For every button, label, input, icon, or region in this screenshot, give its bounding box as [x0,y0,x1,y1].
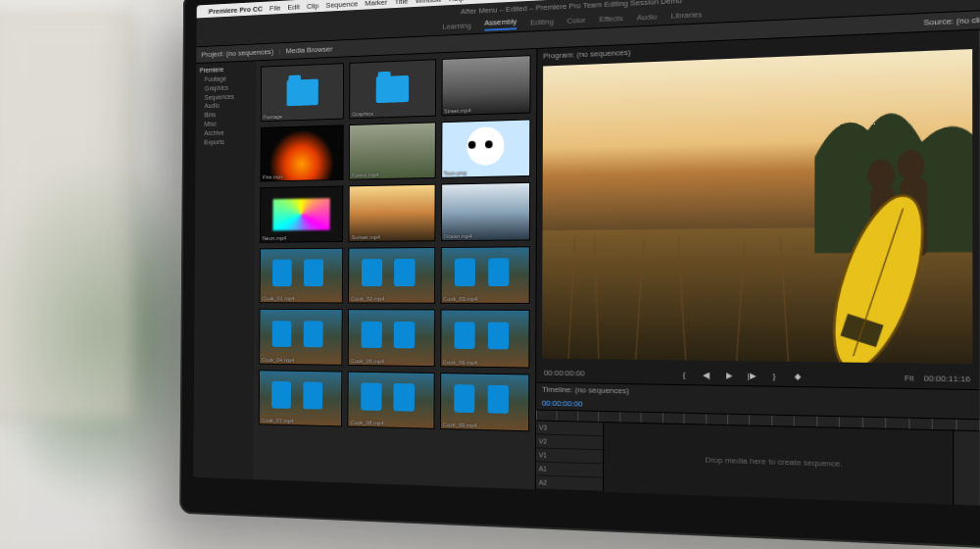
thumbnail-label: Street.mp4 [444,107,471,114]
ruler-tick [932,420,933,429]
ruler-tick [885,418,886,427]
clip-thumbnail[interactable]: Neon.mp4 [260,186,344,243]
ruler-tick [839,417,840,426]
folder-icon [376,75,409,103]
ruler-tick [908,419,909,428]
workspace-libraries[interactable]: Libraries [671,10,702,21]
menu-sequence[interactable]: Sequence [325,0,358,9]
ruler-tick [598,412,599,422]
clip-thumbnail[interactable]: Ocean.mp4 [441,182,530,241]
menu-clip[interactable]: Clip [307,1,318,10]
thumbnail-label: Cook_07.mp4 [261,418,293,424]
workspace-effects[interactable]: Effects [599,14,622,24]
timeline-tab[interactable]: Timeline: (no sequences) [542,385,629,396]
thumbnail-label: Cook_08.mp4 [350,420,383,426]
thumbnail-label: Ocean.mp4 [443,233,471,239]
thumbnail-label: Cook_09.mp4 [442,422,477,428]
mark-in-button[interactable]: { [677,368,691,382]
timeline-panel: Timeline: (no sequences) 00:00:00:00 V3V… [536,382,980,506]
workspace-color[interactable]: Color [567,16,586,25]
ruler-tick [577,412,578,422]
thumbnail-label: Fire.mov [263,175,283,180]
step-back-button[interactable]: ◀| [700,368,714,382]
thumbnail-label: Graphics [352,110,373,116]
ruler-tick [557,411,558,421]
add-marker-button[interactable]: ◆ [790,369,805,383]
timecode-duration: 00:00:11:16 [924,374,971,383]
thumbnail-label: Cook_02.mp4 [351,296,384,302]
thumbnail-label: Toon.png [444,170,466,175]
timecode-current[interactable]: 00:00:00:00 [544,368,585,377]
clip-thumbnail[interactable]: Cook_07.mp4 [259,370,343,427]
workspace-editing[interactable]: Editing [530,18,554,27]
ruler-tick [727,415,728,424]
project-tree[interactable]: Premiere Footage Graphics Sequences Audi… [193,61,256,479]
clip-thumbnail[interactable]: Cook_09.mp4 [440,373,530,432]
thumbnail-label: Forest.mp4 [352,172,379,177]
timeline-empty-hint: Drop media here to create sequence. [705,456,842,470]
workspace-learning[interactable]: Learning [442,22,470,31]
clip-thumbnail[interactable]: Cook_08.mp4 [348,371,435,429]
clip-thumbnail[interactable]: Toon.png [441,119,530,178]
menu-window[interactable]: Window [416,0,442,5]
track-header[interactable]: A2 [536,475,603,491]
thumbnail-label: Cook_05.mp4 [351,358,384,364]
ruler-tick [662,414,662,424]
app-menu[interactable]: Premiere Pro CC [209,4,263,15]
tree-root[interactable]: Premiere [200,65,253,74]
clip-thumbnail[interactable]: Cook_02.mp4 [348,247,434,304]
ruler-tick [536,411,537,421]
mark-out-button[interactable]: } [767,369,782,383]
monitor-frame: Premiere Pro CC File Edit Clip Sequence … [179,0,980,549]
fit-dropdown[interactable]: Fit [905,373,914,382]
ruler-tick [619,413,620,423]
play-button[interactable]: ▶ [721,368,736,382]
clip-thumbnail[interactable]: Cook_03.mp4 [440,246,529,304]
ruler-tick [794,416,795,425]
timeline-canvas[interactable]: Drop media here to create sequence. [604,423,953,505]
ruler-tick [706,414,707,424]
ruler-tick [816,417,817,426]
program-monitor-tab[interactable]: Program: (no sequences) [543,47,630,60]
thumbnail-label: Cook_06.mp4 [443,359,478,365]
audio-meter [953,430,979,505]
track-headers[interactable]: V3V2V1A1A2 [536,421,604,491]
timeline-timecode[interactable]: 00:00:00:00 [542,399,583,409]
workspace-assembly[interactable]: Assembly [484,17,516,30]
tree-item[interactable]: Exports [199,136,252,147]
menu-title[interactable]: Title [395,0,409,6]
clip-thumbnail[interactable]: Cook_05.mp4 [348,309,435,367]
thumbnail-label: Cook_04.mp4 [262,357,294,363]
clip-thumbnail[interactable]: Street.mp4 [441,55,530,116]
ruler-tick [862,418,863,427]
clip-thumbnail[interactable]: Sunset.mp4 [349,184,435,242]
media-browser-tab[interactable]: Media Browser [286,45,333,56]
clip-thumbnail[interactable]: Cook_01.mp4 [260,247,344,303]
workspace-audio[interactable]: Audio [637,12,658,22]
thumbnail-label: Cook_01.mp4 [262,296,294,302]
ruler-tick [683,414,684,424]
bin-browser: FootageGraphicsStreet.mp4Fire.movForest.… [253,49,536,489]
folder-icon [286,78,318,106]
thumbnail-label: Sunset.mp4 [351,234,379,240]
ruler-tick [956,420,956,429]
menu-help[interactable]: Help [449,0,465,3]
menu-edit[interactable]: Edit [288,2,300,11]
bin-folder[interactable]: Graphics [349,59,435,119]
source-dropdown[interactable]: Source: (no clips) [923,15,980,27]
thumbnail-label: Cook_03.mp4 [443,296,477,302]
bin-folder[interactable]: Footage [261,63,344,122]
menu-marker[interactable]: Marker [365,0,387,7]
clip-thumbnail[interactable]: Fire.mov [260,125,344,182]
step-forward-button[interactable]: |▶ [744,369,759,383]
thumbnail-label: Neon.mp4 [263,235,287,241]
ruler-tick [771,416,772,425]
clip-thumbnail[interactable]: Cook_04.mp4 [259,309,343,366]
project-panel-tab[interactable]: Project: (no sequences) [201,47,273,59]
preview-frame [542,49,972,364]
program-monitor[interactable] [542,49,972,364]
clip-thumbnail[interactable]: Forest.mp4 [349,122,435,180]
menu-file[interactable]: File [270,3,280,12]
ruler-tick [749,415,750,424]
clip-thumbnail[interactable]: Cook_06.mp4 [440,310,530,369]
